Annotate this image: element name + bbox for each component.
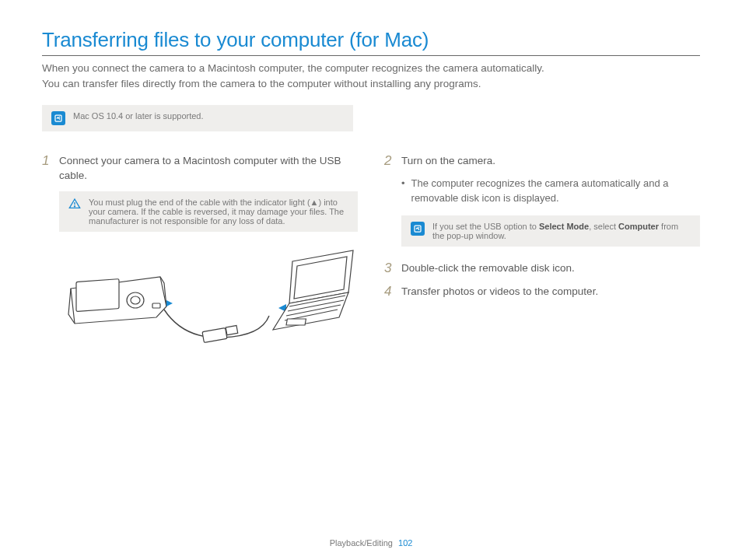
step-number: 2 <box>384 153 395 169</box>
step-number: 1 <box>42 153 53 184</box>
intro-line: You can transfer files directly from the… <box>42 76 700 92</box>
step-1: 1 Connect your camera to a Macintosh com… <box>42 153 358 184</box>
step-1-warning: You must plug the end of the cable with … <box>59 191 358 232</box>
connection-illustration <box>59 246 358 355</box>
step-2-note: If you set the USB option to Select Mode… <box>401 215 700 247</box>
step-text: Connect your camera to a Macintosh compu… <box>59 153 358 184</box>
intro-line: When you connect the camera to a Macinto… <box>42 61 700 76</box>
svg-rect-7 <box>202 327 227 342</box>
step-2: 2 Turn on the camera. <box>384 153 700 169</box>
step-4: 4 Transfer photos or videos to the compu… <box>384 284 700 299</box>
page-footer: Playback/Editing 102 <box>0 538 742 548</box>
note-text: If you set the USB option to Select Mode… <box>432 222 691 240</box>
page-title: Transferring files to your computer (for… <box>42 28 700 56</box>
step-text: Double-click the removable disk icon. <box>401 261 575 276</box>
left-column: 1 Connect your camera to a Macintosh com… <box>42 153 358 355</box>
step-text: Turn on the camera. <box>401 153 495 169</box>
warning-text: You must plug the end of the cable with … <box>89 198 348 226</box>
svg-rect-6 <box>152 303 160 308</box>
footer-section: Playback/Editing <box>330 538 393 548</box>
step-number: 3 <box>384 261 395 276</box>
note-icon <box>51 111 65 125</box>
bullet-text: The computer recognizes the camera autom… <box>411 177 700 206</box>
svg-rect-13 <box>286 319 306 325</box>
step-text: Transfer photos or videos to the compute… <box>401 284 598 299</box>
step-number: 4 <box>384 284 395 299</box>
right-column: 2 Turn on the camera. The computer recog… <box>384 153 700 355</box>
intro-text: When you connect the camera to a Macinto… <box>42 61 700 93</box>
os-support-note: Mac OS 10.4 or later is supported. <box>42 105 353 131</box>
note-text: Mac OS 10.4 or later is supported. <box>73 111 204 121</box>
svg-point-4 <box>131 296 140 304</box>
step-2-bullets: The computer recognizes the camera autom… <box>401 177 700 206</box>
page-number: 102 <box>398 538 412 548</box>
note-icon <box>411 222 425 236</box>
step-3: 3 Double-click the removable disk icon. <box>384 261 700 276</box>
svg-rect-8 <box>226 325 238 334</box>
warning-icon <box>68 198 81 212</box>
svg-rect-5 <box>76 278 119 311</box>
svg-point-2 <box>74 205 75 206</box>
